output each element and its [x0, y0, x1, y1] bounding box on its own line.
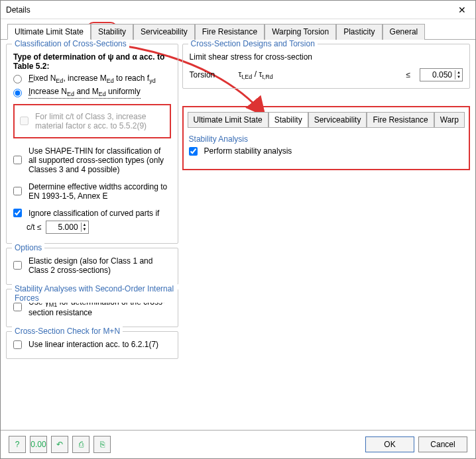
spinner-arrows-icon[interactable]: ▲▼ — [81, 223, 88, 232]
inner-tab-stability[interactable]: Stability — [268, 112, 308, 128]
group-classification: Classification of Cross-Sections Type of… — [6, 44, 178, 244]
ignore-curved-label: Ignore classification of curved parts if — [29, 209, 159, 218]
group-options: Options Elastic design (also for Class 1… — [6, 248, 178, 285]
inner-tab-serviceability[interactable]: Serviceability — [308, 112, 367, 128]
spinner-arrows-icon[interactable]: ▲▼ — [455, 70, 462, 79]
linear-interaction-label: Use linear interaction acc. to 6.2.1(7) — [29, 340, 158, 349]
inner-tab-fire[interactable]: Fire Resistance — [367, 112, 434, 128]
torsion-spinner[interactable]: ▲▼ — [420, 68, 463, 81]
group-title: Options — [12, 243, 44, 252]
help-icon[interactable]: ? — [9, 436, 26, 453]
checkbox-limit-ct — [20, 117, 29, 125]
type-label: Type of determination of ψ and α acc. to… — [13, 52, 171, 71]
eff-widths-label: Determine effective widths according to … — [29, 182, 171, 201]
tab-stability[interactable]: Stability — [91, 24, 133, 40]
cancel-button[interactable]: Cancel — [418, 436, 467, 452]
inner-tab-warp[interactable]: Warp — [434, 112, 465, 128]
radio-fixed-ned[interactable] — [13, 75, 22, 83]
checkbox-eff-widths[interactable] — [13, 187, 22, 195]
tab-plasticity[interactable]: Plasticity — [336, 24, 382, 40]
radio-fixed-ned-label: Fixed NEd, increase MEd to reach fyd — [29, 74, 156, 84]
checkbox-linear-interaction[interactable] — [13, 340, 22, 349]
group-title: Classification of Cross-Sections — [12, 40, 129, 48]
close-icon[interactable]: ✕ — [454, 5, 470, 15]
import-icon[interactable]: ⎘ — [93, 436, 111, 453]
tab-general[interactable]: General — [383, 24, 426, 40]
tab-ultimate-limit-state[interactable]: Ultimate Limit State — [7, 24, 91, 40]
limit-ct-label: For limit c/t of Class 3, increase mater… — [35, 112, 164, 130]
checkbox-elastic-design[interactable] — [13, 261, 22, 270]
group-title: Cross-Section Designs and Torsion — [188, 40, 318, 48]
stability-analysis-title: Stability Analysis — [189, 134, 463, 144]
tab-fire-resistance[interactable]: Fire Resistance — [195, 24, 265, 40]
group-stability-second-order: Stability Analyses with Second-Order Int… — [6, 289, 178, 327]
window-title: Details — [6, 5, 454, 15]
shear-label: Limit shear stress for cross-section — [190, 52, 463, 62]
group-check-mn: Cross-Section Check for M+N Use linear i… — [6, 331, 178, 359]
checkbox-gamma-m1[interactable] — [13, 303, 22, 311]
torsion-formula: τt,Ed / τt,Rd — [239, 70, 397, 80]
group-title: Cross-Section Check for M+N — [12, 327, 123, 336]
checkbox-perform-stability[interactable] — [189, 147, 198, 156]
elastic-design-label: Elastic design (also for Class 1 and Cla… — [29, 256, 171, 275]
ct-input[interactable] — [46, 222, 81, 232]
ok-button[interactable]: OK — [365, 436, 414, 452]
leq-symbol: ≤ — [406, 70, 410, 79]
reset-icon[interactable]: ↶ — [51, 436, 68, 453]
inner-tabs: Ultimate Limit State Stability Serviceab… — [188, 111, 465, 128]
highlight-inner-tabs: Ultimate Limit State Stability Serviceab… — [182, 106, 470, 170]
checkbox-shape-thin[interactable] — [13, 156, 22, 164]
units-icon[interactable]: 0.00 — [30, 436, 47, 453]
tab-warping-torsion[interactable]: Warping Torsion — [265, 24, 336, 40]
ct-label: c/t ≤ — [27, 223, 42, 232]
tab-serviceability[interactable]: Serviceability — [133, 24, 195, 40]
export-icon[interactable]: ⎙ — [72, 436, 89, 453]
radio-increase-uniformly[interactable] — [13, 89, 22, 97]
shape-thin-label: Use SHAPE-THIN for classification of all… — [29, 146, 171, 174]
torsion-label: Torsion — [190, 70, 229, 79]
radio-increase-uniformly-label: Increase NEd and MEd uniformly — [29, 87, 141, 98]
inner-tab-uls[interactable]: Ultimate Limit State — [188, 112, 268, 128]
group-title: Stability Analyses with Second-Order Int… — [12, 284, 178, 303]
checkbox-ignore-curved[interactable] — [13, 209, 22, 217]
main-tabs: Ultimate Limit State Stability Serviceab… — [1, 19, 475, 40]
perform-stability-label: Perform stability analysis — [204, 146, 292, 156]
highlight-limit-ct: For limit c/t of Class 3, increase mater… — [13, 104, 171, 138]
torsion-input[interactable] — [420, 70, 455, 80]
ct-spinner[interactable]: ▲▼ — [46, 221, 89, 234]
group-cs-designs-torsion: Cross-Section Designs and Torsion Limit … — [182, 44, 470, 89]
footer: ? 0.00 ↶ ⎙ ⎘ OK Cancel — [1, 430, 475, 458]
